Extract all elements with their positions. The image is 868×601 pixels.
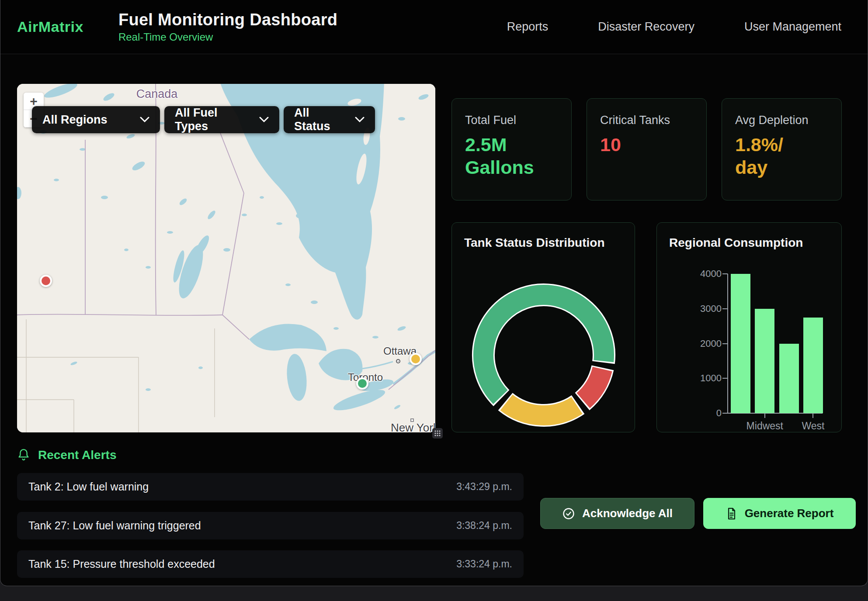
report-document-icon [726,507,738,520]
header: AirMatrix Fuel Monitoring Dashboard Real… [0,0,868,54]
tank-marker-critical[interactable] [40,275,52,287]
grip-dots-icon [434,430,441,437]
alert-row[interactable]: Tank 27: Low fuel warning triggered 3:38… [17,512,524,539]
acknowledge-all-button[interactable]: Acknowledge All [540,498,694,529]
recent-alerts-title: Recent Alerts [38,448,116,462]
nav-item-reports[interactable]: Reports [507,20,549,34]
page-title: Fuel Monitoring Dashboard [118,10,337,29]
chevron-down-icon [248,117,269,123]
fuel-map[interactable]: Canada Ottawa Toronto New York + − All R… [17,84,435,432]
check-circle-icon [562,507,575,520]
stat-cards: Total Fuel 2.5M Gallons Critical Tanks 1… [451,98,842,200]
stat-card-avg-depletion: Avg Depletion 1.8%/ day [722,98,842,200]
tank-status-donut-chart [452,223,635,433]
fuel-type-filter-dropdown[interactable]: All Fuel Types [164,106,279,133]
map-resize-handle[interactable] [432,428,443,439]
dashboard-window: AirMatrix Fuel Monitoring Dashboard Real… [0,0,868,586]
map-filter-bar: All Regions All Fuel Types All Status [32,106,375,133]
alert-timestamp: 3:33:24 p.m. [456,558,512,570]
status-filter-dropdown[interactable]: All Status [284,106,375,133]
regional-consumption-panel: Regional Consumption 01000200030004000Mi… [656,222,842,432]
brand-logo[interactable]: AirMatrix [17,18,83,35]
tank-marker-normal[interactable] [356,377,368,390]
recent-alerts-header: Recent Alerts [17,448,116,462]
regional-consumption-bar-chart: 01000200030004000MidwestWest [657,223,842,433]
region-filter-dropdown[interactable]: All Regions [32,106,160,133]
alert-row[interactable]: Tank 15: Pressure threshold exceeded 3:3… [17,550,524,578]
page-title-block: Fuel Monitoring Dashboard Real-Time Over… [118,10,337,43]
stat-card-total-fuel: Total Fuel 2.5M Gallons [451,98,572,200]
chevron-down-icon [344,117,365,123]
page-subtitle: Real-Time Overview [118,31,337,43]
alert-row[interactable]: Tank 2: Low fuel warning 3:43:29 p.m. [17,473,524,501]
alert-timestamp: 3:43:29 p.m. [456,481,512,493]
alert-timestamp: 3:38:24 p.m. [456,520,512,532]
generate-report-button[interactable]: Generate Report [703,498,856,529]
tank-marker-warning[interactable] [410,353,422,365]
nav-item-disaster-recovery[interactable]: Disaster Recovery [598,20,694,34]
map-label-new-york: New York [391,421,435,432]
map-label-canada: Canada [126,87,187,101]
chevron-down-icon [128,117,149,123]
bell-icon [17,448,30,462]
main-nav: Reports Disaster Recovery User Managemen… [507,20,841,34]
ottawa-city-dot [396,359,400,363]
tank-status-panel: Tank Status Distribution [451,222,635,432]
stat-card-critical-tanks: Critical Tanks 10 [587,98,707,200]
new-york-town-square [410,418,414,422]
nav-item-user-management[interactable]: User Management [744,20,841,34]
